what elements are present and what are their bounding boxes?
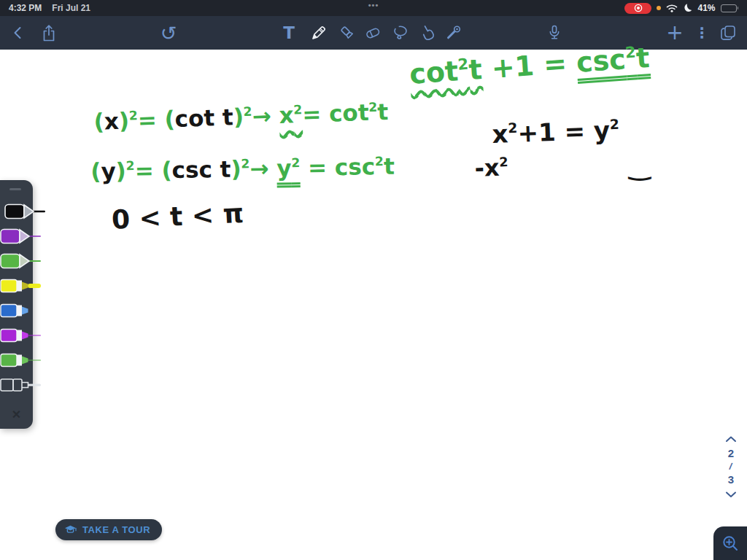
battery-icon bbox=[721, 4, 739, 12]
total-pages: 3 bbox=[728, 473, 734, 486]
take-a-tour-button[interactable]: TAKE A TOUR bbox=[55, 519, 162, 540]
eraser-tool-button[interactable] bbox=[360, 20, 385, 45]
share-button[interactable] bbox=[36, 20, 61, 45]
pencil-icon bbox=[310, 24, 328, 42]
pointer-tool-button[interactable] bbox=[415, 20, 440, 45]
rail-drag-handle[interactable] bbox=[9, 188, 21, 190]
date: Fri Jul 21 bbox=[52, 3, 90, 13]
page-down-button[interactable] bbox=[725, 487, 737, 501]
record-icon bbox=[633, 3, 643, 13]
pen-purple[interactable] bbox=[0, 227, 42, 246]
page-separator: / bbox=[729, 461, 734, 472]
handwriting-pythagorean-sub: x2+1 = y2 bbox=[492, 117, 620, 148]
lasso-tool-button[interactable] bbox=[388, 20, 413, 45]
graduation-cap-icon bbox=[64, 525, 77, 535]
handwriting-t-domain: 0 < t < π bbox=[111, 199, 244, 235]
handwriting-identity: cot2t +1 = csc2t bbox=[409, 43, 651, 90]
tour-button-label: TAKE A TOUR bbox=[82, 524, 150, 535]
undo-button[interactable]: ↺ bbox=[156, 20, 181, 45]
text-tool-icon: T bbox=[283, 25, 295, 42]
pencil-tool-button[interactable] bbox=[306, 20, 331, 45]
drawing-canvas[interactable]: cot2t +1 = csc2t(x)2= (cot t)2→ x2= cot2… bbox=[0, 50, 747, 560]
microphone-button[interactable] bbox=[542, 20, 567, 45]
highlighter-tool-button[interactable] bbox=[335, 20, 360, 45]
pen-green[interactable] bbox=[0, 252, 42, 271]
zoom-button[interactable] bbox=[713, 526, 747, 560]
microphone-icon bbox=[546, 24, 563, 42]
pen-black[interactable] bbox=[4, 202, 47, 221]
lasso-icon bbox=[392, 24, 409, 42]
text-tool-button[interactable]: T bbox=[276, 20, 301, 45]
current-page: 2 bbox=[728, 447, 734, 459]
rail-close-button[interactable]: ✕ bbox=[0, 408, 33, 421]
handwriting-y-substitution: (y)2= (csc t)2→ y2 = csc2t bbox=[90, 154, 395, 184]
handwriting-x-substitution: (x)2= (cot t)2→ x2= cot2t bbox=[93, 99, 389, 134]
handwriting-subtract-x2: -x2 bbox=[474, 155, 508, 182]
eraser-icon bbox=[364, 24, 382, 42]
laser-pointer-icon bbox=[445, 24, 462, 42]
highlighter-yellow[interactable] bbox=[0, 276, 42, 295]
add-page-button[interactable]: + bbox=[662, 20, 687, 45]
mic-in-use-dot-icon bbox=[657, 6, 661, 10]
multitask-dots-icon[interactable]: ••• bbox=[368, 1, 379, 9]
chevron-up-icon bbox=[725, 435, 737, 443]
magnifier-plus-icon bbox=[721, 534, 740, 553]
back-button[interactable] bbox=[6, 20, 31, 45]
undo-icon: ↺ bbox=[160, 23, 177, 43]
close-icon: ✕ bbox=[12, 408, 21, 421]
plus-icon: + bbox=[666, 23, 683, 43]
highlighter-icon bbox=[338, 24, 356, 42]
wifi-icon bbox=[666, 4, 678, 12]
do-not-disturb-moon-icon bbox=[683, 4, 692, 13]
battery-percent: 41% bbox=[697, 3, 715, 13]
laser-pointer-tool-button[interactable] bbox=[441, 20, 466, 45]
more-options-button[interactable]: ⋮ bbox=[689, 20, 714, 45]
status-bar: 4:32 PM Fri Jul 21 ••• 41% bbox=[0, 0, 747, 16]
chevron-down-icon bbox=[725, 491, 737, 498]
eraser-tool[interactable] bbox=[0, 376, 42, 394]
kebab-menu-icon: ⋮ bbox=[694, 26, 709, 40]
share-icon bbox=[41, 24, 57, 42]
pages-overview-button[interactable] bbox=[716, 20, 740, 45]
highlighter-blue[interactable] bbox=[0, 301, 42, 320]
highlighter-green[interactable] bbox=[0, 351, 42, 370]
handwriting-stray-mark: ‿ bbox=[629, 152, 651, 181]
pen-rail: ✕ bbox=[0, 180, 33, 429]
chevron-left-icon bbox=[11, 26, 26, 40]
page-navigation: 2 / 3 bbox=[721, 432, 741, 501]
page-up-button[interactable] bbox=[725, 432, 737, 446]
pointing-hand-icon bbox=[419, 24, 436, 42]
highlighter-magenta[interactable] bbox=[0, 326, 42, 345]
clock: 4:32 PM bbox=[9, 3, 42, 13]
screen-recording-indicator[interactable] bbox=[624, 3, 651, 14]
pages-icon bbox=[719, 24, 737, 42]
